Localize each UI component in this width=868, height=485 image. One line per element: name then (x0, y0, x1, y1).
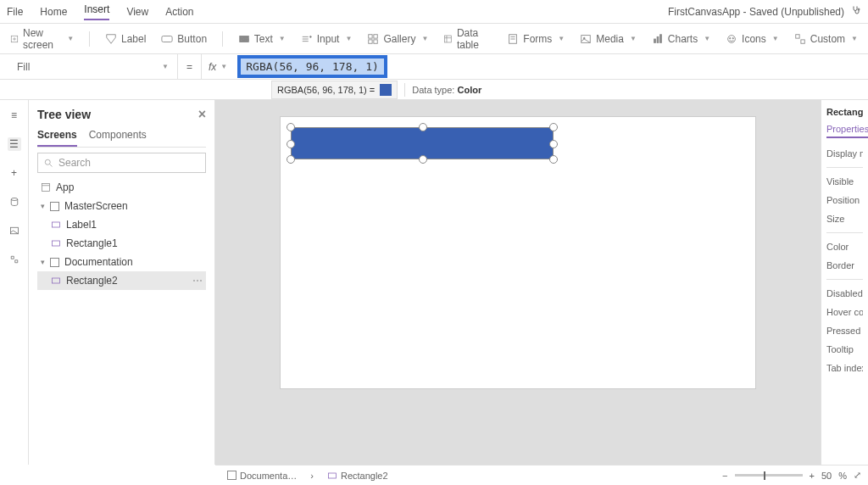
svg-point-31 (11, 198, 18, 201)
custom-label: Custom (810, 33, 845, 45)
prop-tab-index[interactable]: Tab index (826, 363, 863, 373)
formula-input[interactable]: RGBA(56, 96, 178, 1) (234, 55, 868, 78)
prop-visible[interactable]: Visible (826, 176, 863, 187)
tab-screens[interactable]: Screens (37, 129, 77, 147)
media-icon[interactable] (8, 224, 21, 237)
add-icon[interactable]: + (8, 166, 21, 180)
zoom-in[interactable]: + (810, 471, 815, 481)
svg-point-28 (732, 37, 733, 38)
button-button[interactable]: Button (161, 33, 207, 45)
charts-button[interactable]: Charts▼ (652, 33, 710, 45)
svg-rect-13 (369, 39, 372, 42)
prop-display-mode[interactable]: Display mo (826, 148, 863, 159)
data-type: Data type: Color (412, 85, 481, 95)
input-button[interactable]: Input▼ (301, 33, 353, 45)
menu-insert[interactable]: Insert (84, 3, 109, 20)
zoom-out[interactable]: − (722, 471, 727, 481)
resize-handle[interactable] (419, 155, 427, 164)
result-text: RGBA(56, 96, 178, 1) = (277, 85, 375, 95)
node-documentation[interactable]: ▾ Documentation (37, 253, 206, 271)
tree-view-icon[interactable]: ☰ (8, 137, 21, 151)
breadcrumb-documentation[interactable]: Documenta… (222, 469, 302, 482)
prop-pressed[interactable]: Pressed col (826, 326, 863, 336)
prop-hover[interactable]: Hover color (826, 307, 863, 317)
rectangle2-shape[interactable] (291, 127, 554, 159)
icons-button[interactable]: Icons▼ (726, 33, 779, 45)
hamburger-icon[interactable]: ≡ (8, 109, 21, 122)
gallery-button[interactable]: Gallery▼ (367, 33, 428, 45)
menu-action[interactable]: Action (165, 6, 193, 18)
insert-toolbar: New screen▼ Label Button Abc Text▼ Input… (0, 24, 868, 54)
svg-rect-37 (53, 222, 60, 227)
node-masterscreen[interactable]: ▾ MasterScreen (37, 197, 206, 215)
svg-rect-24 (657, 36, 659, 42)
resize-handle[interactable] (287, 140, 295, 148)
resize-handle[interactable] (419, 123, 427, 131)
media-button[interactable]: Media▼ (580, 33, 637, 45)
canvas-area (215, 100, 821, 465)
property-selector[interactable]: Fill ▼ (0, 54, 178, 79)
charts-label: Charts (668, 33, 698, 45)
svg-rect-14 (374, 39, 377, 42)
resize-handle[interactable] (287, 123, 295, 131)
breadcrumb-rectangle2[interactable]: Rectangle2 (322, 469, 393, 482)
formula-bar: Fill ▼ = fx▼ RGBA(56, 96, 178, 1) (0, 54, 868, 80)
fit-icon[interactable]: ⤢ (854, 470, 861, 481)
svg-rect-35 (42, 184, 50, 192)
svg-line-34 (50, 164, 53, 167)
svg-rect-25 (659, 34, 661, 42)
data-table-button[interactable]: Data table (443, 27, 492, 51)
resize-handle[interactable] (549, 140, 558, 148)
canvas[interactable] (281, 117, 755, 388)
svg-rect-15 (445, 36, 452, 42)
forms-button[interactable]: Forms▼ (507, 33, 565, 45)
new-screen-button[interactable]: New screen▼ (10, 27, 74, 51)
svg-rect-11 (369, 34, 372, 37)
status-bar: Documenta… › Rectangle2 − + 50 % ⤢ (215, 465, 868, 485)
node-app[interactable]: App (37, 178, 206, 197)
prop-position[interactable]: Position (826, 195, 863, 205)
close-icon[interactable]: × (198, 107, 206, 122)
resize-handle[interactable] (549, 123, 558, 131)
menu-file[interactable]: File (7, 6, 23, 18)
data-table-label: Data table (457, 27, 492, 51)
tools-icon[interactable] (8, 253, 21, 266)
resize-handle[interactable] (287, 155, 295, 164)
prop-border[interactable]: Border (826, 260, 863, 270)
stethoscope-icon[interactable] (851, 5, 861, 18)
chevron-right-icon: › (310, 471, 314, 481)
prop-disabled[interactable]: Disabled co (826, 288, 863, 298)
prop-size[interactable]: Size (826, 214, 863, 224)
gallery-label: Gallery (383, 33, 415, 45)
data-icon[interactable] (8, 195, 21, 209)
text-button[interactable]: Abc Text▼ (238, 33, 286, 45)
equals-sign: = (178, 54, 202, 79)
tree-view-panel: Tree view × Screens Components Search Ap… (29, 100, 215, 465)
svg-rect-23 (654, 39, 655, 42)
svg-rect-38 (53, 241, 60, 246)
tab-properties[interactable]: Properties (826, 124, 868, 138)
custom-button[interactable]: Custom▼ (794, 33, 858, 45)
zoom-slider[interactable] (735, 474, 803, 477)
color-swatch (380, 84, 392, 96)
zoom-value: 50 (821, 471, 832, 481)
menu-home[interactable]: Home (40, 6, 67, 18)
node-rectangle1[interactable]: Rectangle1 (37, 234, 206, 253)
node-rectangle2[interactable]: Rectangle2 ⋯ (37, 271, 206, 290)
properties-panel: Rectangle Properties Display mo Visible … (821, 100, 868, 465)
node-label1[interactable]: Label1 (37, 215, 206, 234)
formula-expression[interactable]: RGBA(56, 96, 178, 1) (237, 55, 387, 78)
prop-tooltip[interactable]: Tooltip (826, 344, 863, 354)
tab-components[interactable]: Components (89, 129, 147, 147)
menu-view[interactable]: View (126, 6, 148, 18)
resize-handle[interactable] (549, 155, 558, 164)
fx-label[interactable]: fx▼ (202, 61, 234, 73)
svg-point-10 (309, 36, 311, 37)
label-button[interactable]: Label (105, 33, 146, 45)
prop-color[interactable]: Color (826, 242, 863, 252)
svg-point-0 (858, 8, 860, 10)
svg-point-33 (45, 159, 50, 164)
search-input[interactable]: Search (37, 153, 206, 173)
text-label: Text (254, 33, 273, 45)
more-icon[interactable]: ⋯ (192, 275, 203, 287)
